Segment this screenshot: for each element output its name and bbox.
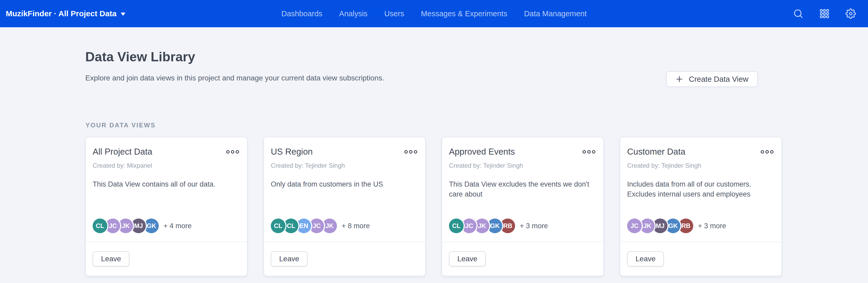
member-avatar-row: CL JC JK MJ GK + 4 more bbox=[93, 218, 240, 233]
ellipsis-icon bbox=[766, 150, 769, 153]
apps-grid-button[interactable] bbox=[819, 8, 830, 20]
ellipsis-icon bbox=[409, 150, 412, 153]
card-body: Customer Data Created by: Tejinder Singh… bbox=[620, 137, 781, 242]
avatar: JC bbox=[105, 218, 120, 233]
more-members-label: + 3 more bbox=[698, 222, 726, 230]
avatar: GK bbox=[666, 218, 680, 233]
card-title: US Region bbox=[271, 147, 313, 157]
data-view-card-customer-data: Customer Data Created by: Tejinder Singh… bbox=[620, 137, 782, 276]
settings-gear-icon bbox=[845, 8, 856, 19]
card-title: Customer Data bbox=[627, 147, 685, 157]
ellipsis-icon bbox=[592, 150, 595, 153]
page-title: Data View Library bbox=[85, 49, 868, 65]
project-selector[interactable]: MuzikFinder · All Project Data bbox=[6, 9, 125, 18]
more-members-label: + 8 more bbox=[342, 222, 370, 230]
data-view-card-all-project-data: All Project Data Created by: Mixpanel Th… bbox=[85, 137, 247, 276]
ellipsis-icon bbox=[770, 150, 774, 153]
card-created-by: Created by: Tejinder Singh bbox=[627, 162, 774, 169]
nav-item-data-management[interactable]: Data Management bbox=[524, 9, 587, 18]
card-body: Approved Events Created by: Tejinder Sin… bbox=[442, 137, 603, 242]
avatar: JC bbox=[462, 218, 476, 233]
avatar: JC bbox=[627, 218, 642, 233]
data-view-card-grid: All Project Data Created by: Mixpanel Th… bbox=[85, 137, 868, 276]
data-view-card-us-region: US Region Created by: Tejinder Singh Onl… bbox=[264, 137, 426, 276]
chevron-down-icon bbox=[121, 12, 125, 16]
avatar: JK bbox=[118, 218, 133, 233]
member-avatar-row: CL CL EN JC JK + 8 more bbox=[271, 218, 418, 233]
avatar: CL bbox=[284, 218, 298, 233]
nav-item-users[interactable]: Users bbox=[384, 9, 404, 18]
avatar: MJ bbox=[653, 218, 668, 233]
search-icon bbox=[793, 8, 803, 19]
nav-item-dashboards[interactable]: Dashboards bbox=[281, 9, 322, 18]
card-title: Approved Events bbox=[449, 147, 515, 157]
nav-item-analysis[interactable]: Analysis bbox=[339, 9, 368, 18]
ellipsis-icon bbox=[414, 150, 417, 153]
card-footer: Leave bbox=[86, 242, 247, 276]
ellipsis-icon bbox=[231, 150, 234, 153]
leave-button[interactable]: Leave bbox=[627, 251, 664, 267]
plus-icon bbox=[676, 75, 683, 83]
card-menu-button[interactable] bbox=[404, 149, 418, 155]
data-view-card-approved-events: Approved Events Created by: Tejinder Sin… bbox=[442, 137, 604, 276]
card-menu-button[interactable] bbox=[760, 149, 774, 155]
card-footer: Leave bbox=[442, 242, 603, 276]
topbar-icons bbox=[793, 8, 857, 20]
apps-grid-icon bbox=[819, 8, 830, 19]
main-nav: Dashboards Analysis Users Messages & Exp… bbox=[281, 9, 587, 18]
card-menu-button[interactable] bbox=[226, 149, 240, 155]
member-avatar-row: CL JC JK GK RB + 3 more bbox=[449, 218, 596, 233]
card-description: This Data View excludes the events we do… bbox=[449, 179, 596, 200]
nav-item-messages-experiments[interactable]: Messages & Experiments bbox=[421, 9, 507, 18]
avatar: RB bbox=[500, 218, 515, 233]
ellipsis-icon bbox=[236, 150, 239, 153]
ellipsis-icon bbox=[404, 150, 408, 153]
avatar: JC bbox=[309, 218, 324, 233]
leave-button[interactable]: Leave bbox=[93, 251, 129, 267]
ellipsis-icon bbox=[761, 150, 764, 153]
card-created-by: Created by: Tejinder Singh bbox=[449, 162, 596, 169]
avatar: MJ bbox=[131, 218, 146, 233]
card-menu-button[interactable] bbox=[582, 149, 596, 155]
create-data-view-label: Create Data View bbox=[689, 75, 748, 83]
avatar: CL bbox=[449, 218, 464, 233]
avatar: JK bbox=[640, 218, 655, 233]
avatar: GK bbox=[488, 218, 502, 233]
card-body: US Region Created by: Tejinder Singh Onl… bbox=[264, 137, 425, 242]
avatar: GK bbox=[144, 218, 159, 233]
project-selector-label: MuzikFinder · All Project Data bbox=[6, 9, 117, 18]
avatar: JK bbox=[475, 218, 489, 233]
member-avatar-row: JC JK MJ GK RB + 3 more bbox=[627, 218, 774, 233]
leave-button[interactable]: Leave bbox=[449, 251, 486, 267]
card-created-by: Created by: Mixpanel bbox=[93, 162, 240, 169]
more-members-label: + 3 more bbox=[520, 222, 548, 230]
more-members-label: + 4 more bbox=[163, 222, 191, 230]
create-data-view-button[interactable]: Create Data View bbox=[666, 71, 758, 87]
card-created-by: Created by: Tejinder Singh bbox=[271, 162, 418, 169]
avatar: CL bbox=[271, 218, 285, 233]
avatar: EN bbox=[297, 218, 311, 233]
card-description: Includes data from all of our customers.… bbox=[627, 179, 774, 200]
leave-button[interactable]: Leave bbox=[271, 251, 308, 267]
card-description: Only data from customers in the US bbox=[271, 179, 418, 189]
card-footer: Leave bbox=[264, 242, 425, 276]
search-button[interactable] bbox=[793, 8, 804, 20]
ellipsis-icon bbox=[587, 150, 591, 153]
card-description: This Data View contains all of our data. bbox=[93, 179, 240, 189]
ellipsis-icon bbox=[226, 150, 229, 153]
card-body: All Project Data Created by: Mixpanel Th… bbox=[86, 137, 247, 242]
ellipsis-icon bbox=[583, 150, 586, 153]
avatar: RB bbox=[679, 218, 693, 233]
avatar: CL bbox=[93, 218, 107, 233]
card-title: All Project Data bbox=[93, 147, 152, 157]
top-navigation-bar: MuzikFinder · All Project Data Dashboard… bbox=[0, 0, 868, 27]
data-view-library-page: Data View Library Explore and join data … bbox=[0, 49, 868, 276]
settings-button[interactable] bbox=[845, 8, 857, 20]
card-footer: Leave bbox=[620, 242, 781, 276]
avatar: JK bbox=[322, 218, 337, 233]
section-label-your-data-views: YOUR DATA VIEWS bbox=[86, 121, 868, 129]
